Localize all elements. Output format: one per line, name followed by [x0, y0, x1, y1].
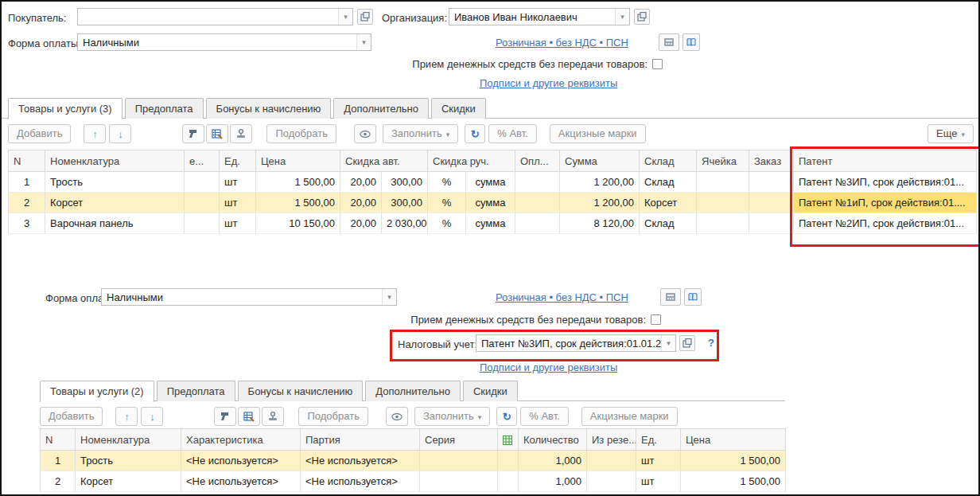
signatures-link[interactable]: Подписи и другие реквизиты [480, 77, 617, 89]
col-discount-auto[interactable]: Скидка авт. [340, 150, 428, 172]
col-nomenclature[interactable]: Номенклатура [45, 150, 185, 172]
col-unit[interactable]: Ед. [220, 150, 256, 172]
payment-form-input[interactable]: Наличными ▾ [77, 33, 371, 51]
cell-patent-active[interactable]: Патент №1иП, срок действия:01.... [794, 193, 977, 213]
cell-n[interactable]: 3 [9, 213, 45, 234]
cell-quantity[interactable]: 1,000 [519, 451, 587, 471]
cell-disc-sum[interactable]: 300,00 [382, 172, 428, 193]
cell-unit[interactable]: шт [636, 471, 681, 492]
col-quantity[interactable]: Количество [519, 429, 587, 451]
excise-marks-button[interactable]: Акцизные марки [581, 407, 678, 426]
cell-patent[interactable]: Патент №3ИП, срок действия:01... [794, 172, 977, 193]
cell-unit[interactable]: шт [220, 213, 256, 234]
book-button[interactable] [684, 288, 702, 306]
chevron-down-icon[interactable]: ▾ [382, 289, 396, 305]
cell-cell[interactable] [697, 172, 749, 193]
cell-name[interactable]: Корсет [76, 471, 181, 492]
cash-register-button[interactable] [659, 33, 679, 51]
cell-n[interactable]: 1 [9, 172, 45, 193]
cell-name[interactable]: Трость [45, 172, 185, 193]
tax-open-button[interactable] [679, 335, 695, 351]
tab-goods-services[interactable]: Товары и услуги (3) [8, 98, 122, 119]
table-row[interactable]: 1 Трость шт 1 500,00 20,00 300,00 % сумм… [9, 172, 977, 193]
chevron-down-icon[interactable]: ▾ [338, 9, 352, 25]
cell-batch[interactable]: <Не используется> [301, 471, 420, 492]
cell-sum[interactable]: 1 200,00 [560, 193, 640, 213]
col-n[interactable]: N [41, 429, 76, 451]
signatures-link[interactable]: Подписи и другие реквизиты [480, 361, 617, 373]
tab-prepayment[interactable]: Предоплата [125, 98, 204, 119]
cell-series-flag[interactable] [498, 451, 519, 471]
col-nomenclature[interactable]: Номенклатура [76, 429, 181, 451]
book-button[interactable] [682, 33, 700, 51]
cell-disc-pct[interactable]: 20,00 [340, 172, 382, 193]
cell-n[interactable]: 2 [9, 193, 45, 213]
move-down-button[interactable]: ↓ [109, 124, 131, 143]
cell-manual-pct[interactable]: % [428, 172, 466, 193]
col-n[interactable]: N [9, 150, 45, 172]
cell-stock[interactable]: Корсет [640, 193, 697, 213]
cell-series[interactable] [420, 471, 498, 492]
cell-order[interactable] [749, 213, 794, 234]
price-check-button[interactable] [238, 407, 260, 426]
move-up-button[interactable]: ↑ [84, 124, 106, 143]
col-batch[interactable]: Партия [301, 429, 420, 451]
col-stock[interactable]: Склад [640, 150, 697, 172]
cell-sum[interactable]: 1 200,00 [560, 172, 640, 193]
cell-name[interactable]: Варочная панель [45, 213, 185, 234]
cell-price[interactable]: 10 150,00 [256, 213, 340, 234]
organization-open-button[interactable] [634, 9, 650, 25]
cell-cell[interactable] [697, 193, 749, 213]
tab-goods-services[interactable]: Товары и услуги (2) [40, 381, 154, 402]
cell-unit[interactable]: шт [220, 193, 256, 213]
cell-characteristic[interactable]: <Не используется> [181, 451, 301, 471]
cell-manual-sum[interactable]: сумма [466, 193, 515, 213]
col-discount-manual[interactable]: Скидка руч. [428, 150, 515, 172]
percent-auto-button[interactable]: % Авт. [488, 124, 537, 143]
col-from-reserve[interactable]: Из резе... [587, 429, 636, 451]
refresh-button[interactable]: ↻ [465, 124, 485, 143]
cell-disc-sum[interactable]: 300,00 [382, 193, 428, 213]
col-price[interactable]: Цена [256, 150, 340, 172]
pick-button[interactable]: Подобрать [298, 407, 368, 426]
table-row[interactable]: 3 Варочная панель шт 10 150,00 20,00 2 0… [9, 213, 977, 234]
cell-order[interactable] [749, 193, 794, 213]
cell-sum[interactable]: 8 120,00 [560, 213, 640, 234]
cell-disc-pct[interactable]: 20,00 [340, 213, 382, 234]
col-paid[interactable]: Опл... [515, 150, 560, 172]
chevron-down-icon[interactable]: ▾ [356, 34, 371, 50]
cell-manual-pct[interactable]: % [428, 193, 466, 213]
cash-without-goods-checkbox[interactable] [652, 59, 663, 69]
visibility-button[interactable] [386, 407, 408, 426]
help-link[interactable]: ? [708, 337, 714, 349]
cell-paid[interactable] [515, 193, 560, 213]
col-unit[interactable]: Ед. [636, 429, 681, 451]
fill-button[interactable]: Заполнить▾ [414, 407, 490, 426]
tab-discounts[interactable]: Скидки [463, 381, 518, 401]
cell-char[interactable] [185, 213, 220, 234]
scales-button[interactable] [230, 124, 252, 143]
more-button[interactable]: Еще▾ [928, 124, 974, 143]
cell-paid[interactable] [515, 172, 560, 193]
col-price[interactable]: Цена [681, 429, 786, 451]
taxation-policy-link[interactable]: Розничная • без НДС • ПСН [496, 37, 628, 49]
move-down-button[interactable]: ↓ [141, 407, 163, 426]
cell-char[interactable] [185, 193, 220, 213]
buyer-open-button[interactable] [357, 9, 373, 25]
table-row[interactable]: 2 Корсет <Не используется> <Не используе… [41, 471, 786, 492]
tab-additional[interactable]: Дополнительно [333, 98, 429, 119]
cell-quantity[interactable]: 1,000 [519, 471, 587, 492]
table-row-selected[interactable]: 1 Трость <Не используется> <Не используе… [41, 451, 786, 471]
percent-auto-button[interactable]: % Авт. [520, 407, 569, 426]
scales-button[interactable] [262, 407, 284, 426]
move-up-button[interactable]: ↑ [115, 407, 138, 426]
payment-form-input[interactable]: Наличными ▾ [101, 288, 397, 306]
cell-n[interactable]: 2 [41, 471, 76, 492]
cell-manual-sum[interactable]: сумма [466, 213, 515, 234]
refresh-button[interactable]: ↻ [496, 407, 517, 426]
add-button[interactable]: Добавить [40, 407, 103, 426]
cell-price[interactable]: 1 500,00 [681, 471, 786, 492]
cell-char[interactable] [185, 172, 220, 193]
cell-series-flag[interactable] [498, 471, 519, 492]
cell-price[interactable]: 1 500,00 [256, 172, 340, 193]
